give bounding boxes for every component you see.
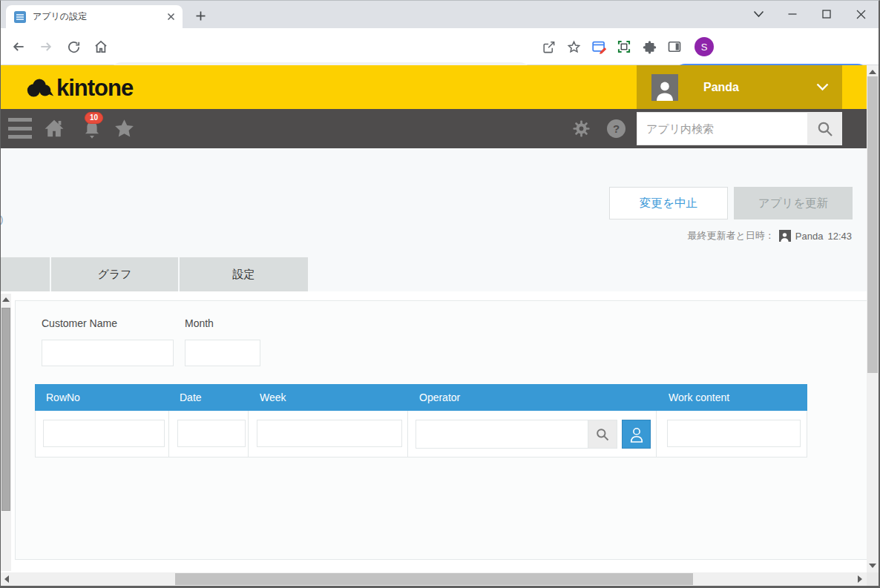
- scroll-down-arrow-icon[interactable]: [869, 564, 876, 568]
- maximize-button[interactable]: [810, 0, 844, 28]
- minimize-button[interactable]: [775, 0, 810, 28]
- update-app-button: アプリを更新: [734, 187, 853, 219]
- tab-search-button[interactable]: [741, 0, 775, 28]
- user-avatar: [651, 74, 678, 101]
- reload-icon[interactable]: [64, 37, 83, 56]
- app-search: [637, 112, 842, 145]
- operator-input[interactable]: [416, 420, 588, 449]
- tab-partial[interactable]: [0, 257, 50, 291]
- form-preview-viewport: Customer Name Month RowNo Date Week Oper…: [0, 291, 867, 572]
- menu-hamburger-icon[interactable]: [7, 118, 33, 139]
- tab-close-icon[interactable]: [165, 11, 177, 22]
- scroll-left-arrow-icon[interactable]: [4, 575, 9, 583]
- subtable-header: RowNo Date Week Operator Work content: [35, 384, 807, 411]
- bookmark-star-icon[interactable]: [564, 37, 583, 56]
- user-menu-chevron-icon: [816, 83, 829, 91]
- kintone-favicon-icon: [14, 11, 26, 23]
- kintone-cloud-icon: [24, 76, 56, 100]
- tab-title: アプリの設定: [33, 10, 165, 23]
- scrollbar-corner: [867, 572, 879, 586]
- user-name: Panda: [703, 81, 816, 94]
- kintone-header: kintone Panda: [0, 65, 880, 109]
- extension-fullscreen-icon[interactable]: [614, 37, 634, 56]
- cancel-changes-button[interactable]: 変更を中止: [609, 187, 728, 219]
- page-horizontal-scrollbar[interactable]: [0, 572, 867, 586]
- home-icon[interactable]: [91, 37, 111, 56]
- column-header-rowno: RowNo: [35, 384, 168, 411]
- browser-toolbar: pandafirm.cybozu.com/k/admin/app/flow?ap…: [0, 28, 880, 65]
- last-updated-time: 12:43: [827, 231, 852, 242]
- settings-gear-icon[interactable]: [571, 119, 591, 139]
- help-icon[interactable]: ?: [607, 119, 625, 138]
- kintone-navbar: 10 ?: [0, 109, 880, 148]
- last-updated-user: Panda: [795, 231, 824, 242]
- month-input[interactable]: [185, 340, 260, 366]
- notification-badge: 10: [85, 112, 103, 124]
- form-vertical-scrollbar[interactable]: [1, 294, 11, 571]
- rowno-input[interactable]: [43, 420, 165, 447]
- subtable: RowNo Date Week Operator Work content: [35, 384, 807, 457]
- settings-tabs: グラフ 設定: [0, 257, 308, 291]
- app-search-button[interactable]: [807, 112, 842, 145]
- tab-graph[interactable]: グラフ: [51, 257, 178, 291]
- column-header-work-content: Work content: [657, 384, 807, 411]
- operator-lookup-search-icon[interactable]: [588, 420, 617, 449]
- extension-window-pen-icon[interactable]: [589, 37, 608, 56]
- last-updated-info: 最終更新者と日時： Panda 12:43: [688, 229, 852, 242]
- window-titlebar: アプリの設定: [0, 0, 880, 28]
- share-icon[interactable]: [539, 37, 558, 56]
- scroll-right-arrow-icon[interactable]: [858, 575, 862, 583]
- scroll-up-arrow-icon[interactable]: [2, 297, 10, 302]
- page-vertical-scrollbar[interactable]: [867, 65, 879, 572]
- work-content-input[interactable]: [667, 420, 801, 447]
- scrollbar-thumb[interactable]: [1, 308, 10, 511]
- window-close-button[interactable]: [844, 0, 878, 28]
- app-search-input[interactable]: [637, 112, 807, 145]
- back-icon[interactable]: [9, 37, 28, 56]
- tab-settings[interactable]: 設定: [180, 257, 308, 291]
- column-header-date: Date: [168, 384, 249, 411]
- customer-name-input[interactable]: [42, 340, 174, 366]
- operator-user-select-button[interactable]: [622, 420, 651, 449]
- new-tab-button[interactable]: [191, 6, 210, 25]
- table-row: [35, 411, 807, 457]
- notifications-bell-icon[interactable]: 10: [77, 115, 107, 145]
- column-header-week: Week: [249, 384, 408, 411]
- column-header-operator: Operator: [408, 384, 657, 411]
- scrollbar-thumb[interactable]: [175, 573, 693, 585]
- kintone-logo-text: kintone: [56, 75, 133, 102]
- favorites-star-icon[interactable]: [113, 117, 136, 139]
- browser-tab[interactable]: アプリの設定: [6, 5, 183, 28]
- extensions-puzzle-icon[interactable]: [640, 37, 659, 56]
- scroll-up-arrow-icon[interactable]: [869, 70, 876, 74]
- form-panel: Customer Name Month RowNo Date Week Oper…: [15, 300, 867, 560]
- side-panel-icon[interactable]: [665, 37, 684, 56]
- last-updated-avatar: [779, 230, 791, 242]
- forward-icon: [36, 37, 56, 56]
- week-input[interactable]: [257, 420, 402, 447]
- user-menu[interactable]: Panda: [637, 65, 842, 109]
- kintone-logo[interactable]: kintone: [24, 75, 133, 102]
- customer-name-label: Customer Name: [42, 317, 117, 329]
- scrollbar-thumb[interactable]: [867, 76, 878, 373]
- portal-home-icon[interactable]: [43, 117, 65, 139]
- date-input[interactable]: [177, 420, 246, 447]
- profile-avatar[interactable]: S: [695, 37, 714, 56]
- clipped-text-fragment: ): [0, 214, 3, 225]
- month-label: Month: [185, 317, 214, 329]
- last-updated-label: 最終更新者と日時：: [688, 229, 775, 242]
